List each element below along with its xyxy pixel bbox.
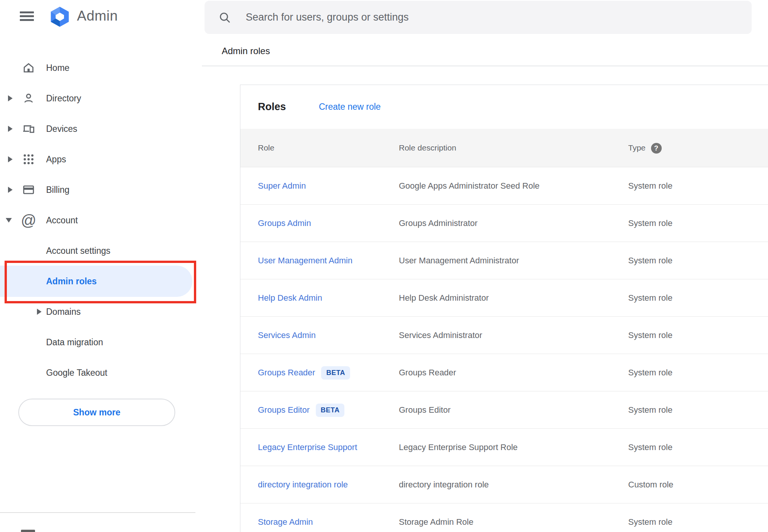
sidebar-item-label: Account settings [46, 246, 110, 256]
sidebar-item-label: Billing [46, 185, 69, 195]
role-description-cell: Groups Reader [399, 354, 456, 391]
sidebar-item-label: Home [46, 63, 69, 73]
table-header-row: Role Role description Type? [240, 129, 768, 167]
sidebar-divider [0, 512, 195, 513]
sidebar-item-billing[interactable]: Billing [0, 175, 202, 205]
sidebar-item-label: Devices [46, 124, 77, 134]
sidebar-item-devices[interactable]: Devices [0, 114, 202, 144]
role-link[interactable]: Groups Editor [258, 405, 310, 415]
role-description-cell: Groups Editor [399, 391, 451, 429]
role-type-cell: System role [628, 167, 672, 205]
role-type-cell: System role [628, 279, 672, 317]
role-cell: User Management Admin [258, 242, 352, 279]
role-description-cell: Services Administrator [399, 317, 482, 354]
role-link[interactable]: Help Desk Admin [258, 293, 322, 303]
show-more-button[interactable]: Show more [18, 399, 175, 426]
sidebar-item-label: Directory [46, 93, 81, 104]
sidebar-item-label: Account [46, 215, 78, 226]
role-description-cell: Google Apps Administrator Seed Role [399, 167, 539, 205]
sidebar-item-account[interactable]: @Account [0, 205, 202, 236]
role-link[interactable]: directory integration role [258, 480, 348, 490]
sidebar-item-label: Apps [46, 154, 66, 165]
column-header-description: Role description [399, 129, 456, 167]
role-cell: Groups Admin [258, 205, 311, 242]
billing-card-icon [22, 183, 35, 197]
table-row: Services AdminServices AdministratorSyst… [240, 316, 768, 354]
role-cell: Legacy Enterprise Support [258, 429, 357, 466]
expand-arrow-icon[interactable] [8, 126, 13, 132]
role-type-cell: System role [628, 354, 672, 391]
role-description-cell: directory integration role [399, 466, 489, 503]
sidebar-item-label: Admin roles [46, 276, 97, 287]
role-description-cell: Help Desk Administrator [399, 279, 489, 317]
search-input[interactable] [246, 1, 741, 34]
table-row: Groups ReaderBETAGroups ReaderSystem rol… [240, 354, 768, 391]
role-link[interactable]: Super Admin [258, 181, 306, 191]
roles-card: Roles Create new role Role Role descript… [240, 85, 768, 532]
sidebar-item-directory[interactable]: Directory [0, 83, 202, 114]
search-bar[interactable] [205, 1, 752, 34]
role-type-cell: System role [628, 391, 672, 429]
column-header-role: Role [258, 129, 274, 167]
person-icon [22, 91, 35, 105]
role-link[interactable]: Services Admin [258, 330, 316, 340]
role-type-cell: Custom role [628, 466, 674, 503]
role-description-cell: User Management Administrator [399, 242, 519, 279]
sidebar-item-account-settings[interactable]: Account settings [0, 236, 202, 266]
sidebar-item-domains[interactable]: Domains [0, 296, 202, 327]
admin-console-screen: Admin Admin roles HomeDirectoryDevicesAp… [0, 0, 768, 532]
app-title: Admin [77, 8, 118, 24]
sidebar-item-home[interactable]: Home [0, 53, 202, 83]
role-type-cell: System role [628, 429, 672, 466]
role-cell: Groups EditorBETA [258, 391, 344, 429]
help-icon[interactable]: ? [651, 143, 662, 154]
sidebar-item-label: Domains [46, 307, 81, 317]
role-link[interactable]: Legacy Enterprise Support [258, 442, 357, 452]
role-link[interactable]: Groups Admin [258, 218, 311, 228]
sidebar-item-google-takeout[interactable]: Google Takeout [0, 357, 202, 388]
table-row: Legacy Enterprise SupportLegacy Enterpri… [240, 428, 768, 466]
role-link[interactable]: Groups Reader [258, 368, 315, 378]
table-row: Super AdminGoogle Apps Administrator See… [240, 167, 768, 204]
role-cell: Help Desk Admin [258, 279, 322, 317]
role-description-cell: Legacy Enterprise Support Role [399, 429, 518, 466]
breadcrumb: Admin roles [222, 46, 270, 56]
role-cell: Super Admin [258, 167, 306, 205]
table-row: Storage AdminStorage Admin RoleSystem ro… [240, 503, 768, 532]
table-row: directory integration roledirectory inte… [240, 466, 768, 503]
role-type-cell: System role [628, 242, 672, 279]
expand-arrow-icon[interactable] [37, 309, 42, 315]
table-row: User Management AdminUser Management Adm… [240, 242, 768, 279]
sidebar-item-label: Google Takeout [46, 368, 107, 378]
role-link[interactable]: Storage Admin [258, 517, 313, 527]
expand-arrow-icon[interactable] [8, 95, 13, 101]
menu-icon[interactable] [20, 11, 34, 21]
table-row: Help Desk AdminHelp Desk AdministratorSy… [240, 279, 768, 316]
collapse-arrow-icon[interactable] [6, 218, 12, 223]
sidebar-item-admin-roles[interactable]: Admin roles [0, 266, 202, 296]
home-icon [22, 61, 35, 75]
sidebar-item-apps[interactable]: Apps [0, 144, 202, 175]
role-description-cell: Storage Admin Role [399, 503, 474, 532]
role-link[interactable]: User Management Admin [258, 256, 352, 266]
table-row: Groups AdminGroups AdministratorSystem r… [240, 204, 768, 242]
expand-arrow-icon[interactable] [8, 187, 13, 193]
panel-title: Roles [258, 85, 286, 129]
clipped-sidebar-icon [21, 530, 35, 532]
table-body: Super AdminGoogle Apps Administrator See… [240, 167, 768, 532]
beta-badge: BETA [321, 366, 350, 380]
header-divider [202, 66, 768, 66]
role-cell: Services Admin [258, 317, 316, 354]
admin-logo-icon[interactable] [48, 6, 71, 29]
table-row: Groups EditorBETAGroups EditorSystem rol… [240, 391, 768, 428]
role-cell: Storage Admin [258, 503, 313, 532]
search-icon [218, 11, 231, 26]
devices-icon [22, 122, 35, 136]
role-type-cell: System role [628, 503, 672, 532]
expand-arrow-icon[interactable] [8, 156, 13, 162]
sidebar-item-label: Data migration [46, 337, 103, 348]
role-type-cell: System role [628, 205, 672, 242]
create-new-role-link[interactable]: Create new role [319, 85, 381, 129]
role-type-cell: System role [628, 317, 672, 354]
sidebar-item-data-migration[interactable]: Data migration [0, 327, 202, 357]
